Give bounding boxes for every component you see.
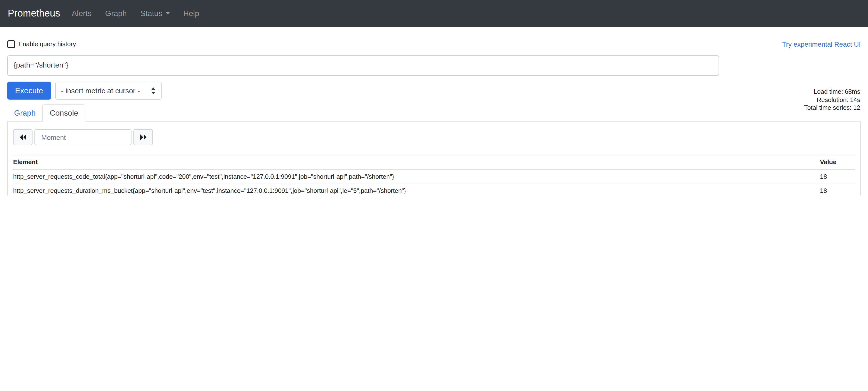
- nav-item-alerts[interactable]: Alerts: [65, 9, 98, 18]
- moment-forward-button[interactable]: [133, 129, 153, 145]
- react-ui-link[interactable]: Try experimental React UI: [782, 40, 861, 48]
- query-stats: Load time: 68ms Resolution: 14s Total ti…: [804, 88, 860, 112]
- nav-item-graph[interactable]: Graph: [98, 9, 134, 18]
- total-time-series: Total time series: 12: [804, 104, 860, 112]
- execute-button[interactable]: Execute: [7, 82, 51, 100]
- navbar: Prometheus Alerts Graph Status Help: [0, 0, 868, 27]
- insert-metric-select[interactable]: - insert metric at cursor -: [55, 82, 161, 100]
- fast-forward-icon: [140, 134, 147, 140]
- nav-item-help[interactable]: Help: [176, 9, 206, 18]
- execute-row: Execute - insert metric at cursor -: [7, 82, 861, 100]
- table-row: http_server_requests_duration_ms_bucket{…: [13, 184, 855, 196]
- query-expression-input[interactable]: {path="/shorten"}: [7, 55, 719, 76]
- moment-back-button[interactable]: [13, 129, 32, 145]
- metric-element: http_server_requests_duration_ms_bucket{…: [13, 184, 820, 196]
- prometheus-app: Prometheus Alerts Graph Status Help Enab…: [0, 0, 868, 196]
- tab-bar: Graph Console: [7, 105, 861, 122]
- table-header: Element Value: [13, 155, 855, 169]
- checkbox-icon[interactable]: [7, 40, 15, 48]
- column-header-value: Value: [820, 155, 855, 169]
- enable-query-history-toggle[interactable]: Enable query history: [7, 40, 76, 48]
- load-time: Load time: 68ms: [804, 88, 860, 96]
- tab-console[interactable]: Console: [42, 105, 85, 122]
- nav-item-status-label: Status: [140, 9, 162, 18]
- table-row: http_server_requests_code_total{app="sho…: [13, 169, 855, 184]
- moment-input[interactable]: [34, 129, 131, 145]
- rewind-icon: [19, 134, 26, 140]
- enable-query-history-label: Enable query history: [19, 40, 76, 48]
- main-content: Enable query history Try experimental Re…: [0, 40, 868, 196]
- nav-item-status[interactable]: Status: [133, 9, 176, 18]
- tab-graph[interactable]: Graph: [7, 105, 42, 121]
- insert-metric-select-label: - insert metric at cursor -: [61, 86, 140, 95]
- query-history-row: Enable query history Try experimental Re…: [7, 40, 861, 48]
- metric-element: http_server_requests_code_total{app="sho…: [13, 169, 820, 184]
- console-table-body: http_server_requests_code_total{app="sho…: [13, 169, 855, 196]
- metric-value: 18: [820, 169, 855, 184]
- metric-value: 18: [820, 184, 855, 196]
- brand-prometheus[interactable]: Prometheus: [8, 8, 60, 19]
- resolution: Resolution: 14s: [804, 96, 860, 104]
- console-results-table: Element Value http_server_requests_code_…: [13, 155, 855, 196]
- select-updown-icon: [151, 87, 156, 94]
- console-panel: Element Value http_server_requests_code_…: [7, 122, 861, 196]
- column-header-element: Element: [13, 155, 820, 169]
- chevron-down-icon: [166, 12, 169, 16]
- moment-controls: [13, 129, 855, 145]
